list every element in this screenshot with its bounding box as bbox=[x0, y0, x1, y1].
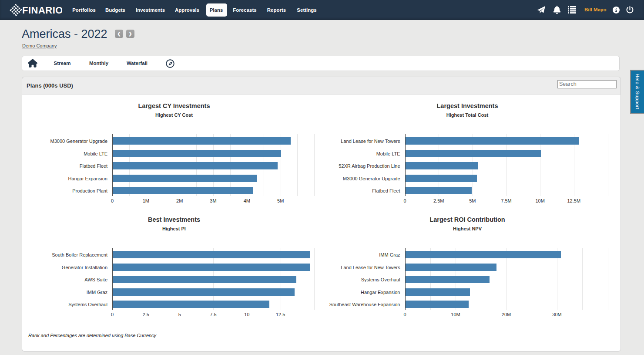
svg-text:FINARIO: FINARIO bbox=[22, 5, 62, 16]
